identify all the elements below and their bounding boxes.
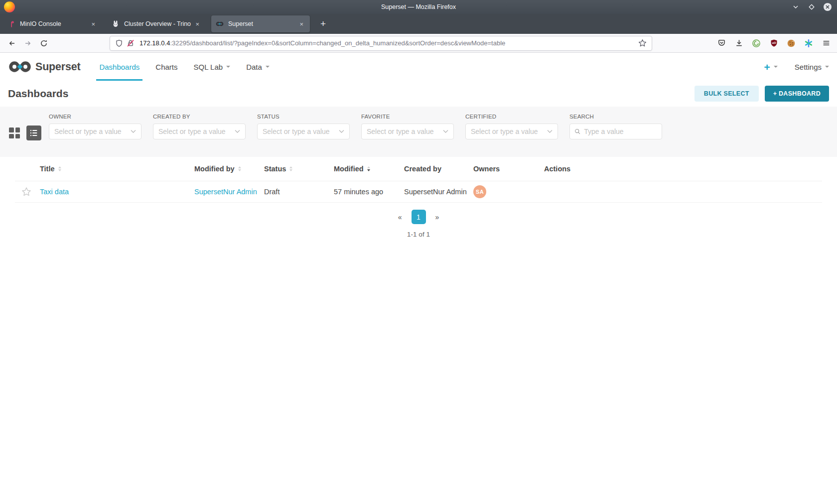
chevron-down-icon: [266, 66, 270, 68]
minio-favicon-icon: [7, 20, 15, 28]
column-status[interactable]: Status: [264, 165, 334, 173]
table-row: Taxi data SupersetNur Admin Draft 57 min…: [15, 181, 822, 203]
cell-title: Taxi data: [40, 188, 194, 196]
table-header-row: Title Modified by Status Modified Create…: [15, 157, 822, 181]
new-item-menu[interactable]: +: [764, 62, 778, 72]
dashboards-table-card: Title Modified by Status Modified Create…: [8, 157, 829, 504]
dashboard-link[interactable]: Taxi data: [40, 188, 69, 196]
close-icon[interactable]: [823, 2, 832, 11]
column-label: Title: [40, 165, 55, 173]
trino-favicon-icon: [112, 20, 120, 28]
superset-logo-icon: [8, 59, 32, 74]
plus-icon: +: [764, 62, 770, 72]
menu-hamburger-icon[interactable]: [821, 38, 831, 48]
shield-icon[interactable]: [115, 39, 123, 47]
settings-menu[interactable]: Settings: [795, 63, 829, 71]
filter-favorite: FAVORITE Select or type a value: [361, 114, 454, 157]
cookie-icon[interactable]: [786, 38, 796, 48]
search-input[interactable]: [584, 127, 657, 135]
tab-close-icon[interactable]: ×: [297, 19, 305, 29]
column-created-by: Created by: [404, 165, 473, 173]
url-bar[interactable]: 172.18.0.4:32295/dashboard/list/?pageInd…: [110, 36, 652, 51]
list-view-icon[interactable]: [26, 126, 41, 140]
ublock-shield-icon[interactable]: uO: [769, 38, 779, 48]
column-modified[interactable]: Modified: [334, 165, 404, 173]
nav-item-dashboards[interactable]: Dashboards: [91, 53, 147, 81]
prev-page-button[interactable]: «: [395, 211, 405, 223]
column-label: Modified by: [194, 165, 235, 173]
page-title: Dashboards: [8, 88, 68, 100]
search-icon: [574, 128, 581, 135]
reload-icon[interactable]: [36, 36, 52, 51]
tab-title: MinIO Console: [20, 20, 89, 27]
nav-item-data[interactable]: Data: [238, 53, 278, 81]
browser-window: Superset — Mozilla Firefox MinIO Console…: [0, 0, 837, 504]
superset-favicon-icon: [216, 20, 224, 28]
filter-label: CERTIFIED: [465, 114, 558, 120]
sort-icon: [289, 166, 292, 172]
chevron-down-icon: [774, 66, 778, 68]
filter-certified: CERTIFIED Select or type a value: [465, 114, 558, 157]
nav-item-charts[interactable]: Charts: [147, 53, 185, 81]
maximize-icon[interactable]: [807, 2, 816, 11]
chevron-down-icon: [825, 66, 829, 68]
created-by-select[interactable]: Select or type a value: [153, 124, 246, 139]
chevron-down-icon: [131, 129, 136, 133]
bulk-select-button[interactable]: BULK SELECT: [695, 86, 759, 102]
tab-close-icon[interactable]: ×: [193, 19, 201, 29]
chevron-down-icon: [226, 66, 230, 68]
column-label: Modified: [334, 165, 364, 173]
chevron-down-icon: [547, 129, 553, 133]
chevron-down-icon: [235, 129, 240, 133]
tab-superset[interactable]: Superset ×: [211, 15, 310, 32]
card-view-icon[interactable]: [9, 127, 20, 138]
toolbar-extensions: uO: [716, 38, 833, 48]
cell-owners: SA: [473, 185, 544, 198]
forward-icon[interactable]: [20, 36, 36, 51]
url-host: 172.18.0.4: [140, 39, 170, 47]
user-link[interactable]: SupersetNur Admin: [194, 188, 257, 196]
cell-status: Draft: [264, 188, 334, 196]
nav-item-sql-lab[interactable]: SQL Lab: [185, 53, 238, 81]
column-label: Actions: [544, 165, 570, 173]
tab-trino-cluster-overview[interactable]: Cluster Overview - Trino ×: [107, 15, 206, 32]
cell-modified: 57 minutes ago: [334, 188, 404, 196]
page-1-button[interactable]: 1: [412, 210, 426, 224]
back-icon[interactable]: [4, 36, 20, 51]
column-label: Owners: [473, 165, 500, 173]
filter-label: CREATED BY: [153, 114, 246, 120]
downloads-icon[interactable]: [734, 38, 744, 48]
new-dashboard-button[interactable]: + DASHBOARD: [765, 86, 829, 102]
pocket-icon[interactable]: [716, 38, 726, 48]
insecure-lock-icon[interactable]: [127, 39, 135, 47]
bookmark-star-icon[interactable]: [638, 39, 647, 47]
tab-close-icon[interactable]: ×: [89, 19, 97, 29]
container-asterisk-icon[interactable]: [804, 38, 814, 48]
certified-select[interactable]: Select or type a value: [465, 124, 558, 139]
filter-search: SEARCH: [569, 114, 662, 157]
select-placeholder: Select or type a value: [471, 127, 538, 135]
brand-name: Superset: [35, 61, 80, 73]
url-text[interactable]: 172.18.0.4:32295/dashboard/list/?pageInd…: [140, 39, 638, 47]
minimize-icon[interactable]: [791, 2, 800, 11]
window-title: Superset — Mozilla Firefox: [0, 3, 837, 10]
superset-brand[interactable]: Superset: [8, 53, 80, 81]
select-placeholder: Select or type a value: [54, 127, 122, 135]
favorite-star-icon[interactable]: [15, 187, 40, 197]
filter-label: OWNER: [49, 114, 141, 120]
nav-item-label: Charts: [155, 63, 177, 71]
titlebar: Superset — Mozilla Firefox: [0, 0, 837, 14]
new-tab-button[interactable]: +: [315, 18, 331, 29]
next-page-button[interactable]: »: [432, 211, 442, 223]
extension-icon-green[interactable]: [751, 38, 761, 48]
pagination: « 1 »: [15, 210, 822, 224]
column-title[interactable]: Title: [40, 165, 194, 173]
column-modified-by[interactable]: Modified by: [194, 165, 264, 173]
window-controls: [791, 2, 837, 11]
owner-avatar[interactable]: SA: [473, 185, 486, 198]
owner-select[interactable]: Select or type a value: [49, 124, 141, 139]
favorite-select[interactable]: Select or type a value: [361, 124, 454, 139]
pagination-summary: 1-1 of 1: [15, 231, 822, 238]
tab-minio-console[interactable]: MinIO Console ×: [3, 15, 102, 32]
status-select[interactable]: Select or type a value: [257, 124, 350, 139]
